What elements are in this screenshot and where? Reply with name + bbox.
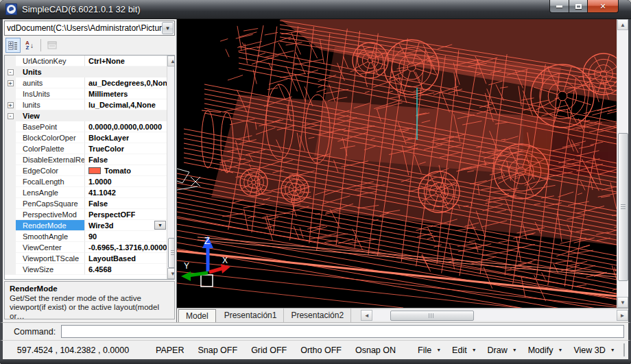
row-gutter: +: [5, 77, 16, 88]
description-title: RenderMode: [10, 284, 169, 293]
status-toggle-ortho[interactable]: Ortho OFF: [294, 345, 348, 355]
property-value-text: 90: [88, 232, 97, 241]
grid-scroll-thumb[interactable]: [168, 238, 175, 268]
row-gutter: -: [5, 110, 16, 121]
status-toggle-grid[interactable]: Grid OFF: [244, 345, 294, 355]
viewport-scroll-thumb[interactable]: [618, 133, 628, 281]
property-grid-rows: UrlActionKeyCtrl+None-Units+aunitsau_Dec…: [5, 56, 167, 279]
property-row[interactable]: +aunitsau_Decdegrees,0,None: [5, 77, 167, 88]
y-axis-label: Y: [184, 261, 189, 271]
app-logo-swirl-icon: [7, 5, 16, 14]
minimize-button[interactable]: [549, 0, 569, 13]
wireframe-drawing: Z X Y: [177, 19, 617, 308]
expand-box-icon[interactable]: +: [8, 80, 14, 86]
combo-dropdown-button[interactable]: ▼: [162, 22, 174, 34]
categorized-button[interactable]: [5, 38, 21, 53]
menu-view-3d[interactable]: View 3D▼: [568, 345, 620, 355]
command-label: Command:: [14, 327, 56, 337]
viewport-hscroll-thumb[interactable]: [390, 311, 474, 321]
property-row[interactable]: EdgeColorTomato: [5, 165, 167, 176]
property-row[interactable]: ViewCenter-0.6965,-1.3716,0.0000: [5, 242, 167, 253]
property-row[interactable]: DisableExternalRefeFalse: [5, 154, 167, 165]
tab-presentación2[interactable]: Presentación2: [284, 308, 351, 322]
status-toggle-paper[interactable]: PAPER: [149, 345, 191, 355]
down-arrow-icon: ▼: [620, 300, 626, 306]
grid-scroll-down-button[interactable]: ▼: [167, 268, 175, 279]
caption-buttons: ✕: [549, 0, 619, 13]
maximize-button[interactable]: [569, 0, 588, 13]
property-value: TrueColor: [84, 143, 167, 154]
property-value-text: -0.6965,-1.3716,0.0000: [88, 243, 167, 252]
collapse-box-icon[interactable]: -: [8, 69, 14, 75]
property-value: Millimeters: [84, 88, 167, 99]
status-toggle-snap[interactable]: Snap OFF: [191, 345, 244, 355]
property-row[interactable]: ViewSize6.4568: [5, 264, 167, 275]
sort-alphabetical-button[interactable]: AZ ↓: [22, 38, 37, 53]
property-row[interactable]: SmoothAngle90: [5, 231, 167, 242]
drawing-canvas[interactable]: Z X Y: [177, 19, 617, 308]
property-row[interactable]: PenCapsSquareFalse: [5, 198, 167, 209]
property-row[interactable]: UrlActionKeyCtrl+None: [5, 56, 167, 66]
thumb-grip-icon: [621, 204, 626, 209]
description-text: Get/Set the render mode of the active vi…: [10, 294, 169, 319]
x-axis: [209, 268, 224, 272]
title-bar[interactable]: SimpleCAD(6.6021.0.1 32 bit) ✕: [0, 0, 631, 19]
viewport-scroll-left-button[interactable]: ◄: [361, 310, 372, 321]
tab-spacer: [351, 308, 361, 322]
viewport-scroll-up-button[interactable]: ▲: [617, 19, 628, 30]
property-value-text: Tomato: [104, 167, 131, 175]
property-name: EdgeColor: [16, 165, 84, 176]
viewport-hscroll-track[interactable]: [372, 310, 617, 321]
viewport-scroll-track[interactable]: [617, 30, 628, 297]
category-row[interactable]: -Units: [5, 66, 167, 77]
menu-file[interactable]: File▼: [412, 345, 447, 355]
property-row[interactable]: BasePoint0.0000,0.0000,0.0000: [5, 121, 167, 132]
property-value-text: Ctrl+None: [88, 57, 125, 65]
maximize-icon: [575, 4, 582, 9]
property-value-text: Millimeters: [88, 90, 128, 98]
collapse-box-icon[interactable]: -: [8, 113, 14, 119]
expand-box-icon[interactable]: +: [8, 102, 14, 108]
document-combobox[interactable]: vdDocument(C:\Users\Administrator\Pictur…: [4, 21, 175, 36]
up-arrow-icon: ▲: [620, 22, 626, 28]
command-row: Command:: [0, 322, 631, 340]
property-row[interactable]: PerspectiveModPerspectOFF: [5, 209, 167, 220]
property-value-text: BlockLayer: [88, 134, 129, 142]
grid-scroll-up-button[interactable]: ▲: [167, 56, 175, 66]
chevron-down-icon: ▼: [472, 348, 477, 352]
value-dropdown-button[interactable]: ▼: [154, 221, 166, 230]
row-gutter: -: [5, 66, 16, 77]
property-row[interactable]: FocalLength1.0000: [5, 176, 167, 187]
property-row[interactable]: LensAngle41.1042: [5, 187, 167, 198]
tab-presentación1[interactable]: Presentación1: [217, 308, 285, 322]
property-row[interactable]: BlockColorOperBlockLayer: [5, 132, 167, 143]
property-value-text: LayoutBased: [88, 254, 136, 263]
property-value: False: [84, 198, 167, 209]
close-icon: ✕: [599, 2, 606, 11]
category-row[interactable]: -View: [5, 110, 167, 121]
left-arrow-icon: ◄: [364, 313, 370, 319]
menu-edit[interactable]: Edit▼: [447, 345, 481, 355]
menu-modify[interactable]: Modify▼: [523, 345, 569, 355]
property-row[interactable]: InsUnitsMillimeters: [5, 88, 167, 99]
property-row[interactable]: RenderModeWire3d▼: [5, 220, 167, 231]
property-row[interactable]: ColorPaletteTrueColor: [5, 143, 167, 154]
grid-scroll-track[interactable]: [167, 66, 175, 268]
thumb-grip-icon: [429, 313, 435, 318]
grid-vertical-scrollbar[interactable]: ▲ ▼: [167, 56, 175, 279]
status-toggle-osnap[interactable]: Osnap ON: [348, 345, 403, 355]
command-input[interactable]: [61, 325, 624, 338]
canvas-row: Z X Y ▲ ▼: [177, 19, 628, 308]
viewport-scroll-right-button[interactable]: ►: [617, 310, 628, 321]
close-button[interactable]: ✕: [588, 0, 619, 13]
viewport-scroll-down-button[interactable]: ▼: [617, 297, 628, 308]
row-gutter: [5, 176, 16, 187]
viewport-vertical-scrollbar[interactable]: ▲ ▼: [617, 19, 628, 308]
tab-model[interactable]: Model: [178, 309, 216, 322]
property-row[interactable]: +lunitslu_Decimal,4,None: [5, 99, 167, 110]
menu-draw[interactable]: Draw▼: [482, 345, 523, 355]
menu-label: Draw: [488, 345, 508, 355]
property-row[interactable]: ViewportLTScaleLayoutBased: [5, 253, 167, 264]
viewport-horizontal-scrollbar[interactable]: ◄ ►: [361, 310, 628, 321]
row-gutter: [5, 187, 16, 198]
